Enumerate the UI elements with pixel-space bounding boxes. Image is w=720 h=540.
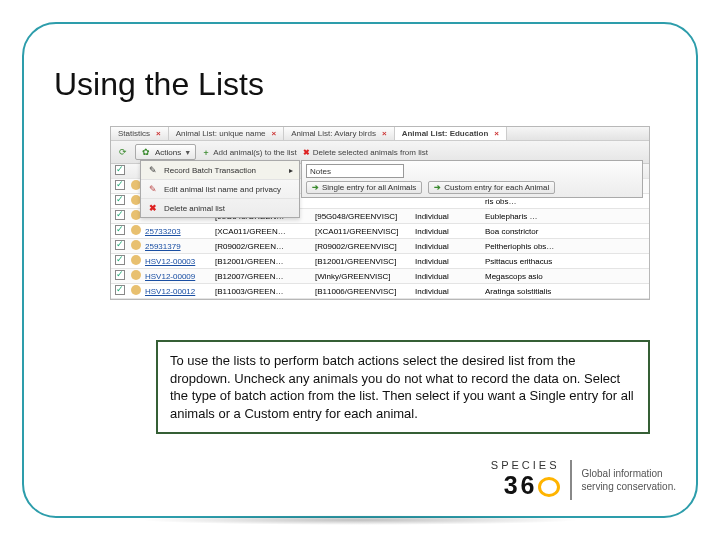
cell-d: Megascops asio bbox=[483, 272, 649, 281]
single-label: Single entry for all Animals bbox=[322, 183, 416, 192]
cell-a: [R09002/GREEN… bbox=[213, 242, 313, 251]
animal-id-link[interactable]: 25733203 bbox=[145, 227, 181, 236]
cell-c: Individual bbox=[413, 212, 483, 221]
row-checkbox[interactable] bbox=[115, 255, 125, 265]
refresh-icon[interactable]: ⟳ bbox=[117, 146, 129, 158]
arrow-right-icon: ➔ bbox=[312, 183, 319, 192]
menu-label: Record Batch Transaction bbox=[164, 166, 256, 175]
tab-label: Animal List: Education bbox=[402, 129, 489, 138]
plus-icon: ＋ bbox=[202, 147, 210, 158]
menu-edit-list[interactable]: ✎Edit animal list name and privacy bbox=[141, 180, 299, 199]
brand-logo: 36 bbox=[491, 471, 560, 500]
table-row: HSV12-00009[B12007/GREEN…[Winky/GREENVIS… bbox=[111, 269, 649, 284]
sex-icon bbox=[131, 270, 141, 280]
tab-list-unique[interactable]: Animal List: unique name× bbox=[169, 127, 285, 140]
cell-d: Boa constrictor bbox=[483, 227, 649, 236]
cell-d: Aratinga solstitialis bbox=[483, 287, 649, 296]
tab-statistics[interactable]: Statistics× bbox=[111, 127, 169, 140]
menu-label: Delete animal list bbox=[164, 204, 225, 213]
row-checkbox[interactable] bbox=[115, 180, 125, 190]
add-animals-button[interactable]: ＋Add animal(s) to the list bbox=[202, 147, 297, 158]
row-checkbox[interactable] bbox=[115, 210, 125, 220]
cell-c: Individual bbox=[413, 242, 483, 251]
single-entry-button[interactable]: ➔Single entry for all Animals bbox=[306, 181, 422, 194]
table-row: HSV12-00003[B12001/GREEN…[B12001/GREENVI… bbox=[111, 254, 649, 269]
cell-c: Individual bbox=[413, 272, 483, 281]
tab-list-education[interactable]: Animal List: Education× bbox=[395, 127, 507, 140]
row-checkbox[interactable] bbox=[115, 240, 125, 250]
cell-d: Peltheriophis obs… bbox=[483, 242, 649, 251]
sex-icon bbox=[131, 225, 141, 235]
close-icon[interactable]: × bbox=[272, 129, 277, 138]
batch-entry-panel: ➔Single entry for all Animals ➔Custom en… bbox=[301, 160, 643, 198]
brand-footer: SPECIES 36 Global informationserving con… bbox=[491, 459, 676, 500]
animal-id-link[interactable]: 25931379 bbox=[145, 242, 181, 251]
menu-label: Edit animal list name and privacy bbox=[164, 185, 281, 194]
delete-label: Delete selected animals from list bbox=[313, 148, 428, 157]
app-screenshot: Statistics× Animal List: unique name× An… bbox=[110, 126, 650, 300]
gear-icon: ✿ bbox=[140, 146, 152, 158]
sex-icon bbox=[131, 240, 141, 250]
cell-c: Individual bbox=[413, 257, 483, 266]
cell-d: Eublepharis … bbox=[483, 212, 649, 221]
brand-36: 36 bbox=[504, 471, 538, 499]
page-title: Using the Lists bbox=[54, 66, 264, 103]
animal-id-link[interactable]: HSV12-00003 bbox=[145, 257, 195, 266]
tab-list-aviary[interactable]: Animal List: Aviary birds× bbox=[284, 127, 394, 140]
row-checkbox[interactable] bbox=[115, 270, 125, 280]
instruction-callout: To use the lists to perform batch action… bbox=[156, 340, 650, 434]
actions-label: Actions bbox=[155, 148, 181, 157]
edit-icon: ✎ bbox=[147, 183, 159, 195]
delete-icon: ✖ bbox=[147, 202, 159, 214]
add-label: Add animal(s) to the list bbox=[213, 148, 297, 157]
chevron-down-icon: ▼ bbox=[184, 149, 191, 156]
cell-a: [B12001/GREEN… bbox=[213, 257, 313, 266]
arrow-right-icon: ➔ bbox=[434, 183, 441, 192]
actions-menu: ✎Record Batch Transaction▸ ✎Edit animal … bbox=[140, 160, 300, 218]
table-row: 25733203[XCA011/GREEN…[XCA011/GREENVISC]… bbox=[111, 224, 649, 239]
sex-icon bbox=[131, 255, 141, 265]
cell-b: [R09002/GREENVISC] bbox=[313, 242, 413, 251]
row-checkbox[interactable] bbox=[115, 285, 125, 295]
divider bbox=[570, 460, 572, 500]
animal-id-link[interactable]: HSV12-00012 bbox=[145, 287, 195, 296]
row-checkbox[interactable] bbox=[115, 225, 125, 235]
brand-top: SPECIES bbox=[491, 459, 560, 471]
brand-tagline: Global informationserving conservation. bbox=[582, 467, 677, 493]
delete-icon: ✖ bbox=[303, 148, 310, 157]
cell-a: [XCA011/GREEN… bbox=[213, 227, 313, 236]
tab-bar: Statistics× Animal List: unique name× An… bbox=[111, 127, 649, 141]
pencil-icon: ✎ bbox=[147, 164, 159, 176]
cell-d: Psittacus erithacus bbox=[483, 257, 649, 266]
custom-label: Custom entry for each Animal bbox=[444, 183, 549, 192]
cell-b: [Winky/GREENVISC] bbox=[313, 272, 413, 281]
notes-input[interactable] bbox=[306, 164, 404, 178]
cell-b: [B12001/GREENVISC] bbox=[313, 257, 413, 266]
cell-b: [XCA011/GREENVISC] bbox=[313, 227, 413, 236]
menu-delete-list[interactable]: ✖Delete animal list bbox=[141, 199, 299, 217]
close-icon[interactable]: × bbox=[156, 129, 161, 138]
tab-label: Animal List: Aviary birds bbox=[291, 129, 376, 138]
table-row: 25931379[R09002/GREEN…[R09002/GREENVISC]… bbox=[111, 239, 649, 254]
cell-c: Individual bbox=[413, 287, 483, 296]
row-checkbox[interactable] bbox=[115, 195, 125, 205]
menu-record-batch[interactable]: ✎Record Batch Transaction▸ bbox=[141, 161, 299, 180]
globe-icon bbox=[538, 477, 560, 497]
decorative-shadow bbox=[140, 515, 580, 525]
close-icon[interactable]: × bbox=[382, 129, 387, 138]
cell-b: [95G048/GREENVISC] bbox=[313, 212, 413, 221]
sex-icon bbox=[131, 285, 141, 295]
tab-label: Statistics bbox=[118, 129, 150, 138]
delete-animals-button[interactable]: ✖Delete selected animals from list bbox=[303, 148, 428, 157]
cell-a: [B11003/GREEN… bbox=[213, 287, 313, 296]
cell-a: [B12007/GREEN… bbox=[213, 272, 313, 281]
chevron-right-icon: ▸ bbox=[289, 166, 293, 175]
animal-id-link[interactable]: HSV12-00009 bbox=[145, 272, 195, 281]
table-row: HSV12-00012[B11003/GREEN…[B11006/GREENVI… bbox=[111, 284, 649, 299]
close-icon[interactable]: × bbox=[494, 129, 499, 138]
custom-entry-button[interactable]: ➔Custom entry for each Animal bbox=[428, 181, 555, 194]
select-all-checkbox[interactable] bbox=[115, 165, 125, 175]
actions-dropdown-button[interactable]: ✿ Actions ▼ bbox=[135, 144, 196, 160]
tab-label: Animal List: unique name bbox=[176, 129, 266, 138]
cell-c: Individual bbox=[413, 227, 483, 236]
